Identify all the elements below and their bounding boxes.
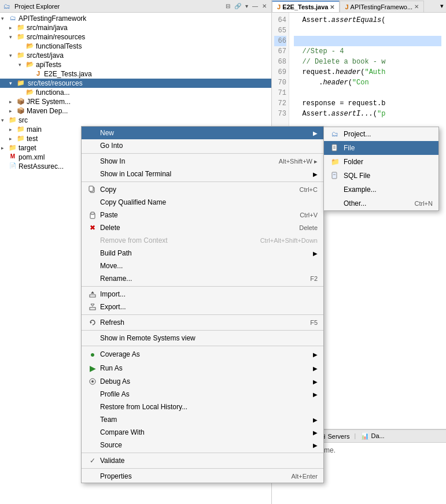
coverage-icon: ● [87,350,98,359]
menu-item-validate[interactable]: ✓ Validate [82,454,323,467]
import-icon [87,290,98,298]
project-icon: 🗂 [3,2,10,10]
menu-item-runas[interactable]: ▶ Run As ▶ [82,361,323,375]
menu-label-buildpath: Build Path [100,249,132,257]
tree-item-label: APITestingFramework [19,14,86,23]
refresh-shortcut: F5 [310,319,318,326]
menu-item-restorehistory[interactable]: Restore from Local History... [82,401,323,413]
code-line: request.header("Auth [294,67,441,77]
runas-arrow-icon: ▶ [313,365,318,372]
collapse-icon[interactable]: ⊟ [224,2,231,10]
menu-item-gointo[interactable]: Go Into [82,139,323,152]
menu-icon[interactable]: ▾ [244,2,249,10]
menu-item-showin[interactable]: Show In Alt+Shift+W ▸ [82,155,323,168]
list-item[interactable]: 📂 functiona... [0,88,271,97]
submenu-folder[interactable]: 📁 Folder [324,155,438,169]
menu-item-move[interactable]: Move... [82,260,323,272]
menu-item-showlocal[interactable]: Show in Local Terminal ▶ [82,168,323,180]
list-item[interactable]: ▸ 📦 JRE System... [0,97,271,106]
func2-folder-icon: 📂 [25,88,35,97]
menu-item-refresh[interactable]: Refresh F5 [82,316,323,329]
tree-item-label: main [27,125,42,134]
menu-item-copy[interactable]: Copy Ctrl+C [82,183,323,196]
menu-item-removecontext: Remove from Context Ctrl+Alt+Shift+Down [82,234,323,247]
list-item[interactable]: ▾ 📁 src/test/resources [0,79,271,88]
menu-item-import[interactable]: Import... [82,288,323,301]
submenu-file[interactable]: File [324,141,438,155]
line-num: 64 [274,15,286,25]
menu-item-properties[interactable]: Properties Alt+Enter [82,470,323,483]
close-panel-icon[interactable]: ✕ [261,2,268,10]
submenu-other[interactable]: Other... Ctrl+N [324,197,438,210]
submenu-label: Project... [344,130,371,138]
copy-shortcut: Ctrl+C [300,186,318,193]
minimize-icon[interactable]: — [251,2,259,10]
list-item[interactable]: ▾ 📁 src [0,116,271,125]
submenu-label-example: Example... [344,186,377,194]
tab-data[interactable]: 📊 Da... [356,431,389,441]
menu-item-copyqualified[interactable]: Copy Qualified Name [82,196,323,209]
submenu-project[interactable]: 🗂 Project... [324,127,438,141]
menu-item-new[interactable]: New ▶ 🗂 Project... [82,127,323,139]
line-num: 65 [274,25,286,36]
showin-shortcut: Alt+Shift+W ▸ [279,158,318,165]
list-item[interactable]: ▾ 📁 src/main/resources [0,32,271,42]
panel-header-icons: ⊟ 🔗 ▾ — ✕ [224,2,268,10]
menu-label-refresh: Refresh [100,318,124,327]
menu-item-compare[interactable]: Compare With ▶ [82,426,323,439]
list-item[interactable]: ▸ 📦 Maven Dep... [0,106,271,116]
tab-close2-icon[interactable]: ✕ [414,3,419,10]
validate-icon: ✓ [87,457,98,465]
tab-close-icon[interactable]: ✕ [330,4,334,10]
menu-item-debugas[interactable]: Debug As ▶ [82,375,323,388]
profileas-arrow-icon: ▶ [313,391,318,398]
menu-label-copy: Copy [100,186,116,194]
tab-api[interactable]: J APITestingFramewo... ✕ [340,1,424,12]
debugas-arrow-icon: ▶ [313,379,318,385]
jre-icon: 📦 [16,98,25,106]
list-item[interactable]: ▾ 🗂 APITestingFramework [0,14,271,23]
panel-header: 🗂 Project Explorer ⊟ 🔗 ▾ — ✕ [0,0,271,13]
list-item[interactable]: ▾ 📁 src/test/java [0,51,271,60]
tab-menu-icon[interactable]: ▾ [438,2,446,10]
menu-item-showremote[interactable]: Show in Remote Systems view [82,332,323,344]
menu-separator [82,314,323,315]
tree-item-label: src/test/resources [27,79,84,87]
list-item[interactable]: ▸ 📁 src/main/java [0,23,271,32]
menu-item-paste[interactable]: Paste Ctrl+V [82,209,323,221]
src-root-icon: 📁 [8,116,17,124]
menu-item-delete[interactable]: ✖ Delete Delete [82,221,323,234]
rename-shortcut: F2 [310,275,318,282]
submenu-label-file: File [344,144,355,152]
submenu-arrow-icon: ▶ [313,130,318,136]
link-icon[interactable]: 🔗 [233,2,242,10]
menu-label-validate: Validate [100,457,124,465]
menu-item-coverage[interactable]: ● Coverage As ▶ [82,347,323,361]
menu-label-profileas: Profile As [100,390,130,398]
menu-item-source[interactable]: Source ▶ [82,439,323,451]
menu-separator [82,153,323,154]
src-folder-icon: 📁 [16,24,25,32]
code-line: response = request.b [294,98,441,109]
menu-label-properties: Properties [100,472,132,480]
menu-item-buildpath[interactable]: Build Path ▶ [82,247,323,260]
tree-item-label: functiona... [36,88,70,97]
submenu-sql[interactable]: SQL File [324,169,438,183]
list-item[interactable]: 📂 functionalTests [0,42,271,51]
list-item[interactable]: ▾ 📂 apiTests [0,60,271,69]
tree-item-label: apiTests [36,61,61,69]
menu-item-rename[interactable]: Rename... F2 [82,272,323,285]
properties-shortcut: Alt+Enter [291,473,318,480]
list-item[interactable]: J E2E_Tests.java [0,69,271,79]
svg-marker-11 [91,291,94,294]
menu-item-export[interactable]: Export... [82,301,323,313]
menu-item-team[interactable]: Team ▶ [82,413,323,426]
menu-label-compare: Compare With [100,428,145,436]
target-folder-icon: 📁 [8,144,17,152]
menu-item-profileas[interactable]: Profile As ▶ [82,388,323,401]
submenu-example[interactable]: Example... [324,183,438,197]
line-num: 69 [274,67,286,77]
tab-e2e[interactable]: J E2E_Tests.java ✕ [272,1,340,12]
line-num: 70 [274,77,286,88]
menu-separator [82,286,323,287]
